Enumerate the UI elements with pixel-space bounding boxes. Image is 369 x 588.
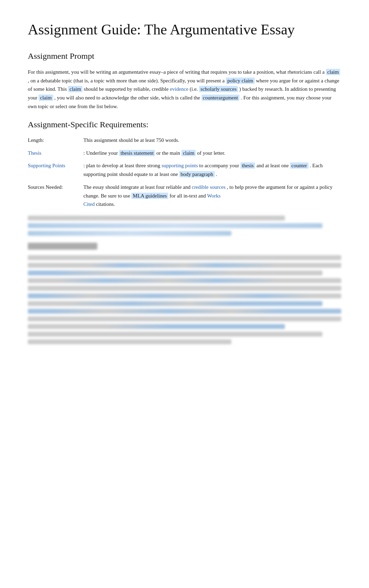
- sources-end: citations.: [96, 201, 115, 207]
- supporting-mid2: and at least one: [256, 163, 289, 168]
- blurred-section-2: [28, 243, 341, 344]
- evidence-link[interactable]: evidence: [170, 86, 188, 92]
- sources-row: Sources Needed: The essay should integra…: [28, 183, 341, 209]
- body-paragraph-highlight: body paragraph: [179, 171, 215, 177]
- supporting-content: : plan to develop at least three strong …: [83, 161, 341, 179]
- cited-link[interactable]: Cited: [83, 201, 95, 207]
- requirements-heading: Assignment-Specific Requirements:: [28, 118, 341, 131]
- mla-guidelines-highlight: MLA guidelines: [131, 193, 168, 199]
- assignment-prompt-section: Assignment Prompt For this assignment, y…: [28, 49, 341, 111]
- length-label: Length:: [28, 136, 83, 145]
- blurred-section-1: [28, 216, 341, 236]
- sources-content: The essay should integrate at least four…: [83, 183, 341, 209]
- body-text-1b: , on a debatable topic (that is, a topic…: [28, 78, 224, 83]
- thesis-statement-highlight: thesis statement: [119, 150, 155, 156]
- scholarly-sources-highlight: scholarly sources: [199, 86, 238, 92]
- thesis-row: Thesis : Underline your thesis statement…: [28, 149, 341, 158]
- thesis-content: : Underline your thesis statement or the…: [83, 149, 341, 158]
- supporting-mid: to accompany your: [199, 163, 239, 168]
- length-text: This assignment should be at least 750 w…: [83, 136, 341, 145]
- thesis-label: Thesis: [28, 149, 83, 158]
- claim-4-highlight: claim: [181, 150, 196, 156]
- thesis-end: of your letter.: [197, 150, 225, 156]
- works-link[interactable]: Works: [207, 193, 221, 199]
- page-title: Assignment Guide: The Argumentative Essa…: [28, 21, 341, 38]
- claim-1-highlight: claim: [326, 69, 340, 75]
- sources-label: Sources Needed:: [28, 183, 83, 192]
- thesis-middle: or the main: [156, 150, 180, 156]
- body-text-1: For this assignment, you will be writing…: [28, 69, 325, 75]
- requirements-section: Assignment-Specific Requirements: Length…: [28, 118, 341, 209]
- supporting-colon: : plan to develop at least three strong: [83, 163, 160, 168]
- body-text-1g: , you will also need to acknowledge the …: [54, 95, 200, 100]
- sources-text: The essay should integrate at least four…: [83, 184, 190, 190]
- sources-mid2: for all in-text and: [170, 193, 206, 199]
- body-text-1d: should be supported by reliable, credibl…: [84, 86, 169, 92]
- supporting-link[interactable]: supporting points: [162, 163, 198, 168]
- supporting-label: Supporting Points: [28, 161, 83, 170]
- thesis-colon: : Underline your: [83, 150, 118, 156]
- supporting-row: Supporting Points : plan to develop at l…: [28, 161, 341, 179]
- policy-claim-highlight: policy claim: [226, 78, 255, 84]
- supporting-period: .: [216, 171, 217, 177]
- counter-highlight: counter: [290, 162, 309, 169]
- body-text-1e: (i.e.: [190, 86, 198, 92]
- claim-3-highlight: claim: [39, 95, 53, 101]
- credible-sources-link[interactable]: credible sources: [192, 184, 226, 190]
- counterargument-highlight: counterargument: [202, 95, 239, 101]
- length-row: Length: This assignment should be at lea…: [28, 136, 341, 145]
- thesis-2-highlight: thesis: [240, 162, 255, 169]
- claim-2-highlight: claim: [68, 86, 82, 92]
- assignment-prompt-body: For this assignment, you will be writing…: [28, 68, 341, 111]
- assignment-prompt-heading: Assignment Prompt: [28, 49, 341, 63]
